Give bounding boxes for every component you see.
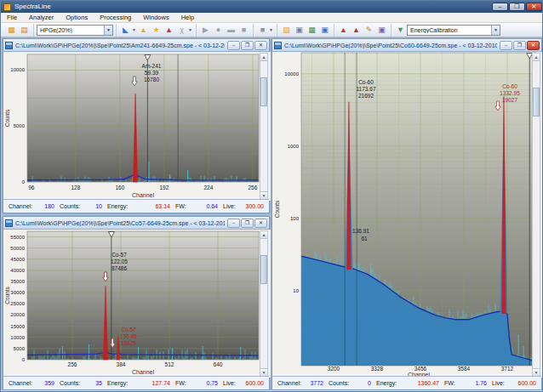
window-co60-close-button[interactable]: ✕: [527, 41, 540, 50]
svg-text:640: 640: [214, 361, 223, 367]
stop-all-icon[interactable]: ■: [256, 24, 269, 36]
svg-text:30000: 30000: [10, 290, 25, 295]
window-am241-minimize-button[interactable]: –: [227, 41, 240, 50]
svg-text:10: 10: [293, 288, 299, 293]
status-field-energy: Energy:1360.47: [374, 380, 442, 386]
window-co60-title: C:\Lumi\Work\GP\HPGe(20%)\Spe\Point25\Co…: [284, 43, 497, 48]
status-field-fw: FW:0.75: [173, 380, 220, 386]
chi-square-icon[interactable]: χ: [175, 24, 188, 36]
window-am241-maximize-button[interactable]: ❒: [241, 41, 254, 50]
status-field-counts: Counts:10: [57, 203, 105, 209]
open-spectrum-icon[interactable]: ▨: [280, 24, 293, 36]
window-am241-title: C:\Lumi\Work\GP\HPGe(20%)\Spe\Point25\Am…: [15, 43, 225, 48]
peak-search-icon[interactable]: ▲: [137, 24, 150, 36]
window-co57-maximize-button[interactable]: ❒: [241, 219, 254, 228]
toolbar: ▦▤HPGe(20%)▼◣▼▲★▲χ▼▶●▬■■▼▨▣▦▣▲▲✎▣▼Energy…: [1, 23, 543, 37]
spectrum-plot-am241[interactable]: Am-24159.3916780961281601922242560500010…: [3, 52, 271, 201]
svg-text:0: 0: [22, 357, 26, 362]
pause-icon[interactable]: ▬: [225, 24, 237, 36]
app-title: SpectraLine: [14, 1, 51, 13]
calibration-icon[interactable]: ▼: [394, 24, 407, 36]
roi-edit-icon[interactable]: ▲: [350, 24, 363, 36]
close-button[interactable]: ✕: [526, 3, 542, 11]
report-icon[interactable]: ▦: [306, 24, 318, 36]
svg-text:50000: 50000: [10, 246, 25, 251]
peak-fit-icon[interactable]: ▲: [163, 24, 175, 36]
svg-text:384: 384: [117, 361, 126, 367]
peak-star-icon[interactable]: ★: [150, 24, 163, 36]
status-field-live: Live:300.00: [220, 203, 266, 209]
vertical-scrollbar[interactable]: ▲ ▼: [260, 53, 268, 200]
menu-item-help[interactable]: Help: [175, 13, 200, 23]
main-titlebar: SpectraLine – ❒ ✕: [1, 1, 543, 13]
scroll-up-icon[interactable]: ▲: [260, 231, 267, 239]
smoothing-icon[interactable]: ◣: [119, 24, 132, 36]
spectra-list-icon[interactable]: ▤: [18, 24, 31, 36]
status-field-counts: Counts:0: [326, 380, 374, 386]
maximize-button[interactable]: ❒: [509, 3, 525, 11]
statusbar-am241: Channel:180Counts:10Energy:63.14FW:0.64L…: [3, 199, 269, 213]
chevron-down-icon[interactable]: ▼: [188, 27, 193, 32]
menu-item-windows[interactable]: Windows: [137, 13, 174, 23]
svg-text:3712: 3712: [501, 366, 514, 372]
menu-item-options[interactable]: Options: [60, 13, 94, 23]
svg-text:256: 256: [248, 185, 257, 190]
windows-layout-icon[interactable]: ▣: [375, 24, 388, 36]
window-am241-titlebar[interactable]: C:\Lumi\Work\GP\HPGe(20%)\Spe\Point25\Am…: [3, 39, 269, 52]
svg-text:96: 96: [28, 185, 35, 190]
calibration-select[interactable]: EnergyCalibration▼: [407, 25, 500, 36]
stop-icon[interactable]: ■: [237, 24, 250, 36]
detector-select[interactable]: HPGe(20%)▼: [37, 25, 113, 36]
peak-edit-icon[interactable]: ✎: [363, 24, 375, 36]
chevron-down-icon[interactable]: ▼: [269, 27, 274, 32]
menu-item-processing[interactable]: Processing: [94, 13, 137, 23]
spectrum-plot-co57[interactable]: Co-57122.0587486Co-57136.451082525638451…: [3, 230, 271, 378]
scroll-down-icon[interactable]: ▼: [260, 368, 267, 376]
svg-text:160: 160: [115, 185, 124, 190]
vertical-scrollbar[interactable]: ▲ ▼: [260, 230, 268, 377]
svg-text:3584: 3584: [458, 366, 471, 372]
save-spectrum-icon[interactable]: ▣: [293, 24, 306, 36]
roi-add-icon[interactable]: ▲: [337, 24, 350, 36]
svg-text:192: 192: [159, 185, 169, 190]
svg-text:10000: 10000: [284, 71, 299, 77]
scroll-down-icon[interactable]: ▼: [260, 191, 267, 199]
mdi-area: C:\Lumi\Work\GP\HPGe(20%)\Spe\Point25\Am…: [1, 37, 543, 392]
svg-text:Counts: Counts: [4, 109, 10, 127]
scroll-thumb[interactable]: [260, 255, 267, 284]
scroll-up-icon[interactable]: ▲: [260, 54, 267, 61]
scroll-thumb[interactable]: [260, 77, 267, 106]
vertical-scrollbar[interactable]: ▲ ▼: [532, 53, 540, 377]
status-field-channel: Channel:180: [6, 203, 57, 209]
statusbar-co57: Channel:359Counts:35Energy:127.74FW:0.75…: [3, 376, 269, 389]
window-co57-close-button[interactable]: ✕: [254, 219, 267, 228]
status-field-channel: Channel:359: [6, 380, 57, 386]
record-icon[interactable]: ●: [212, 24, 225, 36]
menu-bar: FileAnalyzerOptionsProcessingWindowsHelp: [1, 13, 543, 23]
export-icon[interactable]: ▣: [318, 24, 331, 36]
svg-text:3200: 3200: [328, 366, 340, 372]
spectrum-plot-co60[interactable]: Co-601173.6721692Co-601332.9519027136.91…: [272, 52, 543, 378]
minimize-button[interactable]: –: [492, 3, 508, 11]
menu-item-file[interactable]: File: [1, 13, 23, 23]
chevron-down-icon[interactable]: ▼: [104, 26, 112, 35]
start-acquisition-icon[interactable]: ▶: [199, 24, 212, 36]
svg-text:100: 100: [290, 216, 300, 221]
scroll-thumb[interactable]: [533, 88, 540, 116]
scroll-down-icon[interactable]: ▼: [533, 368, 540, 376]
chevron-down-icon[interactable]: ▼: [491, 26, 500, 35]
window-co60-minimize-button[interactable]: –: [500, 41, 512, 50]
svg-text:0: 0: [22, 179, 26, 185]
detector-config-icon[interactable]: ▦: [5, 24, 18, 36]
scroll-up-icon[interactable]: ▲: [533, 54, 540, 61]
window-co57: C:\Lumi\Work\GP\HPGe(20%)\Spe\Point25\Co…: [3, 216, 270, 390]
window-co57-minimize-button[interactable]: –: [227, 219, 240, 228]
window-co60-titlebar[interactable]: C:\Lumi\Work\GP\HPGe(20%)\Spe\Point25\Co…: [272, 39, 541, 52]
window-co60-maximize-button[interactable]: ❒: [513, 41, 526, 50]
menu-item-analyzer[interactable]: Analyzer: [23, 13, 60, 23]
status-field-fw: FW:1.76: [442, 380, 489, 386]
window-co57-titlebar[interactable]: C:\Lumi\Work\GP\HPGe(20%)\Spe\Point25\Co…: [3, 217, 269, 230]
svg-text:5000: 5000: [14, 346, 26, 351]
window-am241-close-button[interactable]: ✕: [254, 41, 267, 50]
svg-text:Co-57136.4510825: Co-57136.4510825: [120, 327, 137, 346]
